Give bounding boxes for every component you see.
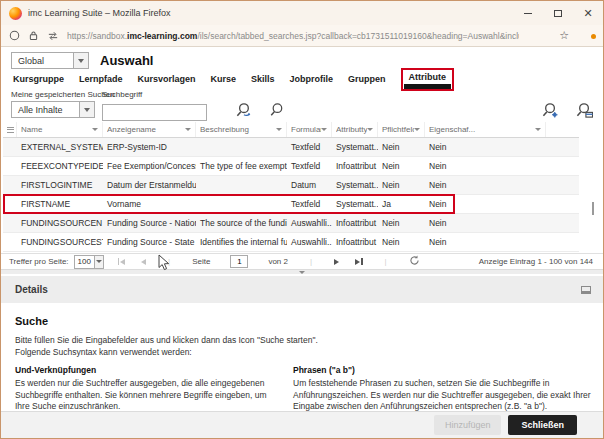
search-reset-icon[interactable] bbox=[235, 102, 252, 123]
address-input[interactable]: https://sandbox.imc-learning.com/ils/sea… bbox=[67, 31, 519, 41]
next-page-button[interactable] bbox=[334, 259, 339, 265]
saved-searches-select[interactable]: Alle Inhalte bbox=[11, 101, 95, 118]
search-start-icon[interactable] bbox=[269, 102, 285, 122]
details-intro-line1: Bitte füllen Sie die Eingabefelder aus u… bbox=[15, 335, 603, 347]
cell-anzeigename: Datum der Erstanmeldung bbox=[103, 180, 196, 190]
column-header-name[interactable]: Name bbox=[17, 122, 103, 137]
filter-arrow-icon[interactable] bbox=[276, 128, 282, 131]
tracking-protection-icon[interactable] bbox=[9, 30, 20, 41]
cell-formularelement: Auswahlli... bbox=[287, 237, 332, 247]
lock-icon[interactable] bbox=[28, 30, 39, 41]
minimize-button[interactable] bbox=[513, 1, 543, 25]
mouse-cursor bbox=[158, 254, 170, 275]
column-label: Beschreibung bbox=[200, 125, 276, 134]
filter-arrow-icon[interactable] bbox=[321, 128, 327, 131]
cell-pflichtfeld: Nein bbox=[378, 142, 425, 152]
tab-skills[interactable]: Skills bbox=[251, 71, 275, 90]
page-number-input[interactable] bbox=[230, 255, 248, 268]
filter-arrow-icon[interactable] bbox=[414, 128, 420, 131]
tab-jobprofile[interactable]: Jobprofile bbox=[290, 71, 334, 90]
column-header-beschreibung[interactable]: Beschreibung bbox=[196, 122, 287, 137]
per-page-label: Treffer pro Seite: bbox=[9, 257, 69, 266]
table-row[interactable]: EXTERNAL_SYSTEM_ID ERP-System-ID Textfel… bbox=[3, 138, 579, 157]
filter-arrow-icon[interactable] bbox=[535, 128, 541, 131]
table-row-highlighted[interactable]: FIRSTNAME Vorname Textfeld Systematt... … bbox=[3, 195, 579, 214]
filter-arrow-icon[interactable] bbox=[92, 128, 98, 131]
maximize-button[interactable] bbox=[543, 1, 573, 25]
per-page-value: 100 bbox=[75, 257, 94, 266]
cell-pflichtfeld: Nein bbox=[378, 218, 425, 228]
table-row[interactable]: FIRSTLOGINTIME Datum der Erstanmeldung D… bbox=[3, 176, 579, 195]
cell-beschreibung: Identifies the internal fun... bbox=[196, 237, 287, 247]
tab-attribute[interactable]: Attribute bbox=[401, 68, 455, 91]
refresh-icon[interactable] bbox=[409, 255, 420, 268]
cell-pflichtfeld: Nein bbox=[378, 161, 425, 171]
column-header-eigenschaften[interactable]: Eigenschaf... bbox=[425, 122, 546, 137]
collapse-panel-icon[interactable] bbox=[581, 286, 591, 294]
last-page-button[interactable] bbox=[355, 258, 363, 265]
cell-eigenschaften: Nein bbox=[425, 199, 546, 209]
cell-attributtyp: Infoattribut bbox=[332, 218, 378, 228]
page-total-label: von 2 bbox=[268, 257, 288, 266]
cell-formularelement: Datum bbox=[287, 180, 332, 190]
cell-anzeigename: Fee Exemption/Concess... bbox=[103, 161, 196, 171]
table-header-row: Name Anzeigename Beschreibung Formularel… bbox=[3, 122, 579, 138]
column-label: Attributtyp bbox=[336, 125, 367, 134]
chevron-down-icon bbox=[73, 53, 88, 68]
table-scrollbar[interactable] bbox=[592, 202, 594, 215]
cell-eigenschaften: Nein bbox=[425, 180, 546, 190]
table-row[interactable]: FEEEXCONTYPEIDENT Fee Exemption/Concess.… bbox=[3, 157, 579, 176]
search-term-input[interactable] bbox=[102, 104, 207, 121]
close-icon: ✕ bbox=[583, 8, 592, 19]
switch-arrows-icon[interactable] bbox=[47, 31, 59, 41]
footer-bar: Hinzufügen Schließen bbox=[1, 411, 603, 438]
scope-select[interactable]: Global bbox=[11, 52, 89, 69]
column-header-attributtyp[interactable]: Attributtyp bbox=[332, 122, 378, 137]
maximize-icon bbox=[554, 10, 562, 17]
cell-name: EXTERNAL_SYSTEM_ID bbox=[17, 142, 103, 152]
column-header-formularelement[interactable]: Formularel... bbox=[287, 122, 332, 137]
cell-formularelement: Textfeld bbox=[287, 142, 332, 152]
cell-name: FUNDINGSOURCEN bbox=[17, 218, 103, 228]
save-search-icon[interactable] bbox=[576, 102, 593, 123]
tab-lernpfade[interactable]: Lernpfade bbox=[79, 71, 123, 90]
table-row[interactable]: FUNDINGSOURCESTA Funding Source - State … bbox=[3, 233, 579, 252]
cell-anzeigename: Vorname bbox=[103, 199, 196, 209]
table-row[interactable]: FUNDINGSOURCEN Funding Source - National… bbox=[3, 214, 579, 233]
details-panel-title: Details bbox=[15, 284, 48, 295]
per-page-select[interactable]: 100 bbox=[74, 255, 104, 269]
filter-arrow-icon[interactable] bbox=[367, 128, 373, 131]
bookmark-star-icon[interactable]: ☆ bbox=[559, 29, 569, 42]
search-area: Meine gespeicherten Suchen Alle Inhalte … bbox=[1, 89, 603, 123]
cell-attributtyp: Systematt... bbox=[332, 180, 378, 190]
drag-handle-icon bbox=[7, 125, 14, 134]
previous-page-button[interactable] bbox=[141, 259, 146, 265]
and-conjunction-heading: Und-Verknüpfungen bbox=[15, 365, 279, 375]
column-label: Formularel... bbox=[291, 125, 321, 134]
close-dialog-button[interactable]: Schließen bbox=[508, 415, 577, 435]
cell-attributtyp: Infoattribut bbox=[332, 237, 378, 247]
tab-gruppen[interactable]: Gruppen bbox=[348, 71, 386, 90]
column-header-anzeigename[interactable]: Anzeigename bbox=[103, 122, 196, 137]
first-page-button[interactable] bbox=[118, 258, 126, 265]
tab-kursgruppe[interactable]: Kursgruppe bbox=[13, 71, 64, 90]
cell-beschreibung: The type of fee exemptio... bbox=[196, 161, 287, 171]
close-button[interactable]: ✕ bbox=[573, 1, 603, 25]
chevron-down-icon bbox=[79, 102, 94, 117]
column-label: Eigenschaf... bbox=[429, 125, 535, 134]
details-heading: Suche bbox=[15, 315, 603, 327]
search-settings-icon[interactable] bbox=[542, 102, 559, 123]
add-button[interactable]: Hinzufügen bbox=[434, 415, 502, 435]
filter-arrow-icon[interactable] bbox=[185, 128, 191, 131]
cell-attributtyp: Systematt... bbox=[332, 142, 378, 152]
cell-formularelement: Textfeld bbox=[287, 199, 332, 209]
panel-splitter[interactable] bbox=[1, 269, 603, 274]
splitter-collapse-icon[interactable] bbox=[299, 271, 305, 274]
tab-kursvorlagen[interactable]: Kursvorlagen bbox=[138, 71, 196, 90]
url-scheme: https://sandbox. bbox=[67, 31, 127, 41]
cell-pflichtfeld: Nein bbox=[378, 237, 425, 247]
column-header-pflichtfeld[interactable]: Pflichtfeld bbox=[378, 122, 425, 137]
search-term-label: Suchbegriff bbox=[102, 90, 207, 99]
tab-kurse[interactable]: Kurse bbox=[211, 71, 237, 90]
tab-bar: Kursgruppe Lernpfade Kursvorlagen Kurse … bbox=[13, 71, 454, 91]
